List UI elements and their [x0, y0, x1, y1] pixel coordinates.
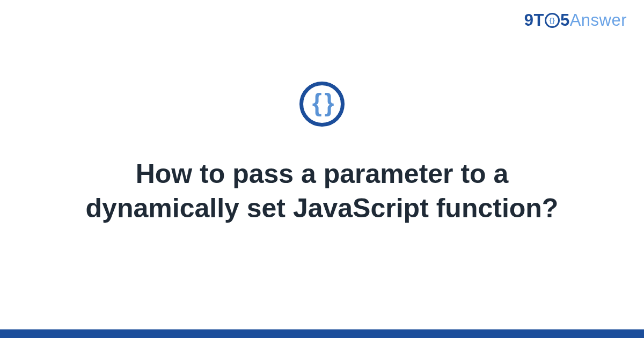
braces-icon: { }: [299, 82, 345, 127]
footer-bar: [0, 329, 644, 338]
braces-glyph: { }: [312, 90, 332, 115]
question-title: How to pass a parameter to a dynamically…: [64, 157, 580, 225]
main-content: { } How to pass a parameter to a dynamic…: [0, 0, 644, 338]
